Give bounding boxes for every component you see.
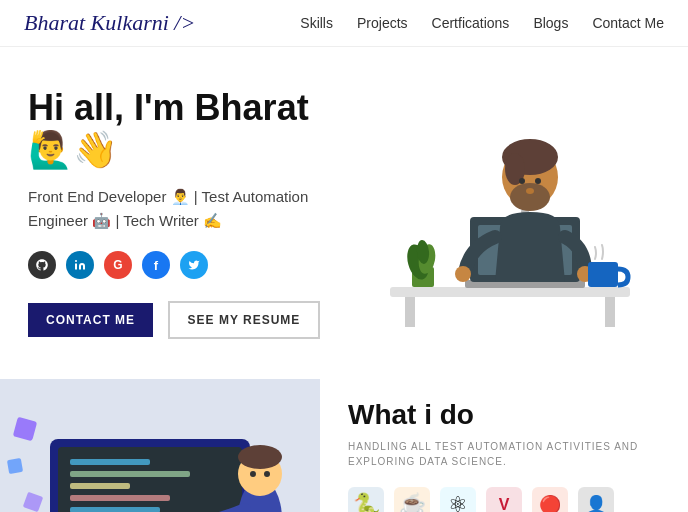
twitter-icon[interactable] — [180, 251, 208, 279]
hero-illustration — [360, 87, 660, 327]
svg-rect-26 — [70, 471, 190, 477]
what-i-do-content: What i do HANDLING ALL TEST AUTOMATION A… — [320, 379, 688, 512]
nav-logo: Bharat Kulkarni /> — [24, 10, 195, 36]
nav-link-contact[interactable]: Contact Me — [592, 15, 664, 31]
tech-java: ☕ java — [394, 487, 430, 512]
what-i-do-section: What i do HANDLING ALL TEST AUTOMATION A… — [0, 359, 688, 512]
tech-vuejs: ⚛ vue.JS — [440, 487, 476, 512]
hero-buttons: CONTACT ME SEE MY RESUME — [28, 301, 360, 339]
svg-rect-28 — [70, 495, 170, 501]
svg-point-35 — [250, 471, 256, 477]
section2-subtitle: HANDLING ALL TEST AUTOMATION ACTIVITIES … — [348, 439, 660, 469]
svg-rect-27 — [70, 483, 130, 489]
svg-rect-2 — [405, 297, 415, 327]
svg-point-11 — [510, 183, 550, 211]
svg-point-34 — [238, 445, 282, 469]
nav-links: Skills Projects Certfications Blogs Cont… — [300, 15, 664, 31]
hero-section: Hi all, I'm Bharat 🙋‍♂️👋 Front End Devel… — [0, 47, 688, 359]
hero-subtitle: Front End Developer 👨‍💼 | Test Automatio… — [28, 185, 348, 233]
hero-illustration-svg — [370, 97, 650, 327]
tech-git: 🔴 git — [532, 487, 568, 512]
svg-rect-1 — [390, 287, 630, 297]
linkedin-icon[interactable] — [66, 251, 94, 279]
python-icon: 🐍 — [348, 487, 384, 512]
svg-rect-21 — [588, 262, 618, 287]
maven-icon: V — [486, 487, 522, 512]
nav-link-skills[interactable]: Skills — [300, 15, 333, 31]
svg-point-36 — [264, 471, 270, 477]
svg-rect-3 — [605, 297, 615, 327]
left-illustration — [0, 379, 320, 512]
github-icon[interactable] — [28, 251, 56, 279]
navbar: Bharat Kulkarni /> Skills Projects Certf… — [0, 0, 688, 47]
tech-grid: 🐍 python ☕ java ⚛ vue.JS V maven 🔴 git — [348, 487, 660, 512]
section2-title: What i do — [348, 399, 660, 431]
facebook-icon[interactable]: f — [142, 251, 170, 279]
nav-link-certifications[interactable]: Certfications — [432, 15, 510, 31]
nav-link-projects[interactable]: Projects — [357, 15, 408, 31]
nav-link-blogs[interactable]: Blogs — [533, 15, 568, 31]
svg-rect-24 — [58, 447, 242, 512]
google-icon[interactable]: G — [104, 251, 132, 279]
svg-point-12 — [455, 266, 471, 282]
hero-title: Hi all, I'm Bharat 🙋‍♂️👋 — [28, 87, 360, 171]
left-illo-svg — [0, 379, 320, 512]
svg-point-16 — [526, 188, 534, 194]
tech-jenkins: 👤 Jenkins — [578, 487, 614, 512]
svg-point-0 — [75, 260, 77, 262]
svg-rect-39 — [7, 458, 23, 474]
tech-python: 🐍 python — [348, 487, 384, 512]
tech-maven: V maven — [486, 487, 522, 512]
svg-rect-29 — [70, 507, 160, 512]
social-icons: G f — [28, 251, 360, 279]
see-resume-button[interactable]: SEE MY RESUME — [168, 301, 321, 339]
java-icon: ☕ — [394, 487, 430, 512]
svg-point-14 — [519, 178, 525, 184]
hero-left: Hi all, I'm Bharat 🙋‍♂️👋 Front End Devel… — [28, 87, 360, 339]
svg-rect-25 — [70, 459, 150, 465]
git-icon: 🔴 — [532, 487, 568, 512]
contact-me-button[interactable]: CONTACT ME — [28, 303, 153, 337]
jenkins-icon: 👤 — [578, 487, 614, 512]
svg-point-15 — [535, 178, 541, 184]
vuejs-icon: ⚛ — [440, 487, 476, 512]
